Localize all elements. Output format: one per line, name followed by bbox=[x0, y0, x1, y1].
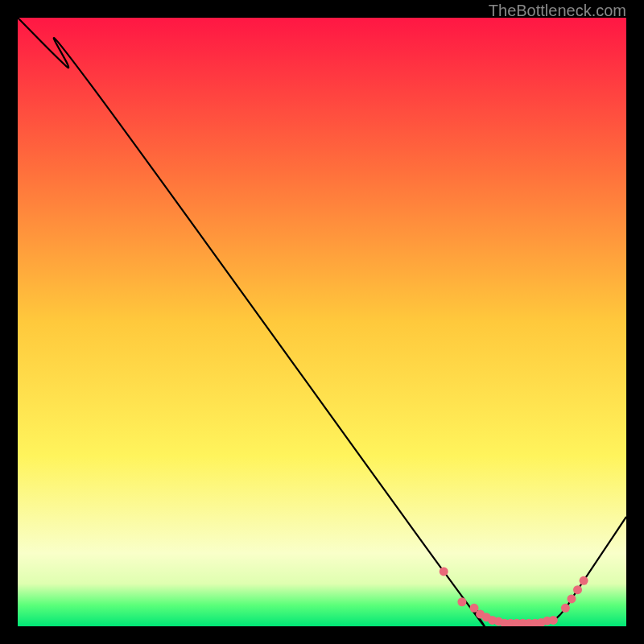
marker-point bbox=[440, 567, 448, 576]
marker-point bbox=[561, 604, 570, 613]
bottleneck-chart bbox=[18, 18, 626, 626]
watermark-text: TheBottleneck.com bbox=[489, 2, 626, 20]
marker-point bbox=[549, 616, 558, 625]
chart-container bbox=[18, 18, 626, 636]
marker-point bbox=[580, 576, 588, 585]
marker-point bbox=[573, 585, 582, 594]
marker-point bbox=[567, 594, 576, 603]
marker-point bbox=[457, 597, 466, 606]
